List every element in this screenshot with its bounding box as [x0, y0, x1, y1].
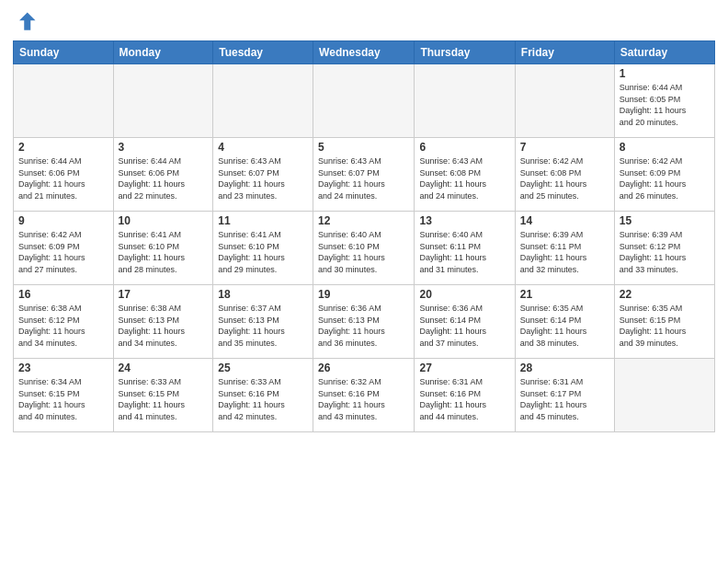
- day-info: Sunrise: 6:40 AM Sunset: 6:11 PM Dayligh…: [419, 229, 509, 275]
- day-header-tuesday: Tuesday: [213, 41, 313, 64]
- calendar-cell: 5Sunrise: 6:43 AM Sunset: 6:07 PM Daylig…: [313, 138, 415, 212]
- calendar-cell: [313, 64, 415, 138]
- calendar-cell: 20Sunrise: 6:36 AM Sunset: 6:14 PM Dayli…: [415, 285, 515, 359]
- calendar-cell: 3Sunrise: 6:44 AM Sunset: 6:06 PM Daylig…: [113, 138, 213, 212]
- calendar-cell: [14, 64, 114, 138]
- day-info: Sunrise: 6:43 AM Sunset: 6:08 PM Dayligh…: [419, 155, 509, 201]
- day-number: 2: [18, 141, 108, 154]
- day-number: 19: [318, 288, 409, 301]
- day-info: Sunrise: 6:43 AM Sunset: 6:07 PM Dayligh…: [218, 155, 308, 201]
- day-number: 11: [218, 214, 308, 227]
- calendar-cell: 16Sunrise: 6:38 AM Sunset: 6:12 PM Dayli…: [14, 285, 114, 359]
- day-info: Sunrise: 6:34 AM Sunset: 6:15 PM Dayligh…: [18, 376, 108, 422]
- day-number: 23: [18, 362, 108, 374]
- page: SundayMondayTuesdayWednesdayThursdayFrid…: [0, 0, 728, 563]
- day-header-friday: Friday: [515, 41, 614, 64]
- day-info: Sunrise: 6:41 AM Sunset: 6:10 PM Dayligh…: [218, 229, 308, 275]
- day-info: Sunrise: 6:44 AM Sunset: 6:06 PM Dayligh…: [18, 155, 108, 201]
- calendar-cell: 7Sunrise: 6:42 AM Sunset: 6:08 PM Daylig…: [515, 138, 614, 212]
- day-number: 28: [520, 362, 609, 374]
- calendar-cell: [415, 64, 515, 138]
- day-number: 10: [119, 214, 209, 227]
- calendar-week-1: 2Sunrise: 6:44 AM Sunset: 6:06 PM Daylig…: [14, 138, 715, 212]
- day-number: 7: [520, 141, 609, 154]
- logo: [13, 9, 42, 35]
- day-header-thursday: Thursday: [415, 41, 515, 64]
- calendar-cell: 19Sunrise: 6:36 AM Sunset: 6:13 PM Dayli…: [313, 285, 415, 359]
- calendar-cell: 18Sunrise: 6:37 AM Sunset: 6:13 PM Dayli…: [213, 285, 313, 359]
- calendar-cell: 14Sunrise: 6:39 AM Sunset: 6:11 PM Dayli…: [515, 212, 614, 285]
- day-number: 25: [218, 362, 308, 374]
- day-number: 3: [119, 141, 209, 154]
- calendar-cell: 9Sunrise: 6:42 AM Sunset: 6:09 PM Daylig…: [14, 212, 114, 285]
- calendar-cell: 24Sunrise: 6:33 AM Sunset: 6:15 PM Dayli…: [113, 359, 213, 432]
- day-info: Sunrise: 6:31 AM Sunset: 6:16 PM Dayligh…: [419, 376, 509, 422]
- calendar-cell: 15Sunrise: 6:39 AM Sunset: 6:12 PM Dayli…: [614, 212, 714, 285]
- calendar-cell: 11Sunrise: 6:41 AM Sunset: 6:10 PM Dayli…: [213, 212, 313, 285]
- day-info: Sunrise: 6:39 AM Sunset: 6:11 PM Dayligh…: [520, 229, 609, 275]
- calendar-week-0: 1Sunrise: 6:44 AM Sunset: 6:05 PM Daylig…: [14, 64, 715, 138]
- day-info: Sunrise: 6:42 AM Sunset: 6:08 PM Dayligh…: [520, 155, 609, 201]
- calendar-cell: 26Sunrise: 6:32 AM Sunset: 6:16 PM Dayli…: [313, 359, 415, 432]
- day-header-saturday: Saturday: [614, 41, 714, 64]
- calendar-cell: [614, 359, 714, 432]
- calendar-cell: 13Sunrise: 6:40 AM Sunset: 6:11 PM Dayli…: [415, 212, 515, 285]
- calendar-week-4: 23Sunrise: 6:34 AM Sunset: 6:15 PM Dayli…: [14, 359, 715, 432]
- day-info: Sunrise: 6:33 AM Sunset: 6:16 PM Dayligh…: [218, 376, 308, 422]
- calendar-cell: [113, 64, 213, 138]
- day-number: 18: [218, 288, 308, 301]
- day-number: 5: [318, 141, 409, 154]
- svg-marker-0: [19, 13, 36, 30]
- calendar-cell: 12Sunrise: 6:40 AM Sunset: 6:10 PM Dayli…: [313, 212, 415, 285]
- logo-icon: [13, 9, 39, 35]
- day-info: Sunrise: 6:40 AM Sunset: 6:10 PM Dayligh…: [318, 229, 409, 275]
- day-header-monday: Monday: [113, 41, 213, 64]
- calendar-week-3: 16Sunrise: 6:38 AM Sunset: 6:12 PM Dayli…: [14, 285, 715, 359]
- day-info: Sunrise: 6:39 AM Sunset: 6:12 PM Dayligh…: [620, 229, 710, 275]
- calendar-cell: 22Sunrise: 6:35 AM Sunset: 6:15 PM Dayli…: [614, 285, 714, 359]
- calendar-cell: 4Sunrise: 6:43 AM Sunset: 6:07 PM Daylig…: [213, 138, 313, 212]
- day-header-sunday: Sunday: [14, 41, 114, 64]
- day-info: Sunrise: 6:36 AM Sunset: 6:14 PM Dayligh…: [419, 303, 509, 349]
- day-number: 26: [318, 362, 409, 374]
- day-info: Sunrise: 6:44 AM Sunset: 6:06 PM Dayligh…: [119, 155, 209, 201]
- day-header-wednesday: Wednesday: [313, 41, 415, 64]
- day-number: 6: [419, 141, 509, 154]
- day-info: Sunrise: 6:44 AM Sunset: 6:05 PM Dayligh…: [620, 82, 710, 128]
- day-info: Sunrise: 6:42 AM Sunset: 6:09 PM Dayligh…: [620, 155, 710, 201]
- calendar-header-row: SundayMondayTuesdayWednesdayThursdayFrid…: [14, 41, 715, 64]
- calendar-cell: 27Sunrise: 6:31 AM Sunset: 6:16 PM Dayli…: [415, 359, 515, 432]
- day-info: Sunrise: 6:35 AM Sunset: 6:14 PM Dayligh…: [520, 303, 609, 349]
- calendar-cell: 28Sunrise: 6:31 AM Sunset: 6:17 PM Dayli…: [515, 359, 614, 432]
- day-number: 24: [119, 362, 209, 374]
- day-info: Sunrise: 6:43 AM Sunset: 6:07 PM Dayligh…: [318, 155, 409, 201]
- day-info: Sunrise: 6:33 AM Sunset: 6:15 PM Dayligh…: [119, 376, 209, 422]
- calendar-cell: 25Sunrise: 6:33 AM Sunset: 6:16 PM Dayli…: [213, 359, 313, 432]
- calendar-cell: [515, 64, 614, 138]
- calendar-cell: 1Sunrise: 6:44 AM Sunset: 6:05 PM Daylig…: [614, 64, 714, 138]
- day-info: Sunrise: 6:42 AM Sunset: 6:09 PM Dayligh…: [18, 229, 108, 275]
- day-info: Sunrise: 6:38 AM Sunset: 6:13 PM Dayligh…: [119, 303, 209, 349]
- day-info: Sunrise: 6:36 AM Sunset: 6:13 PM Dayligh…: [318, 303, 409, 349]
- calendar-cell: [213, 64, 313, 138]
- calendar-cell: 2Sunrise: 6:44 AM Sunset: 6:06 PM Daylig…: [14, 138, 114, 212]
- day-info: Sunrise: 6:31 AM Sunset: 6:17 PM Dayligh…: [520, 376, 609, 422]
- day-number: 17: [119, 288, 209, 301]
- calendar-cell: 21Sunrise: 6:35 AM Sunset: 6:14 PM Dayli…: [515, 285, 614, 359]
- day-info: Sunrise: 6:38 AM Sunset: 6:12 PM Dayligh…: [18, 303, 108, 349]
- day-info: Sunrise: 6:41 AM Sunset: 6:10 PM Dayligh…: [119, 229, 209, 275]
- day-number: 21: [520, 288, 609, 301]
- day-number: 14: [520, 214, 609, 227]
- day-info: Sunrise: 6:32 AM Sunset: 6:16 PM Dayligh…: [318, 376, 409, 422]
- day-number: 12: [318, 214, 409, 227]
- day-number: 4: [218, 141, 308, 154]
- day-number: 1: [620, 67, 710, 80]
- day-number: 15: [620, 214, 710, 227]
- header: [13, 9, 715, 35]
- day-number: 13: [419, 214, 509, 227]
- day-number: 20: [419, 288, 509, 301]
- day-number: 16: [18, 288, 108, 301]
- calendar: SundayMondayTuesdayWednesdayThursdayFrid…: [13, 40, 715, 432]
- calendar-cell: 17Sunrise: 6:38 AM Sunset: 6:13 PM Dayli…: [113, 285, 213, 359]
- day-number: 27: [419, 362, 509, 374]
